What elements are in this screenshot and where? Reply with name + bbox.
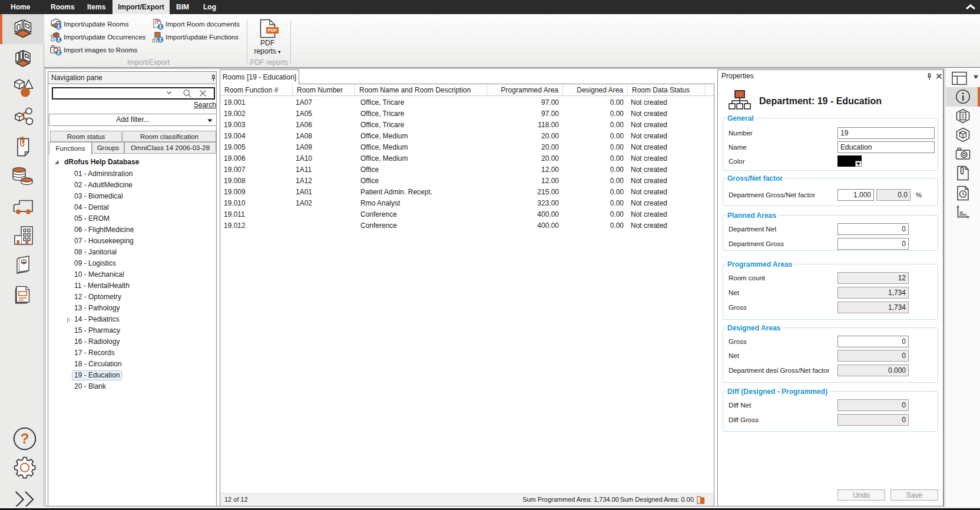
svg-text:?: ? [20, 430, 29, 446]
